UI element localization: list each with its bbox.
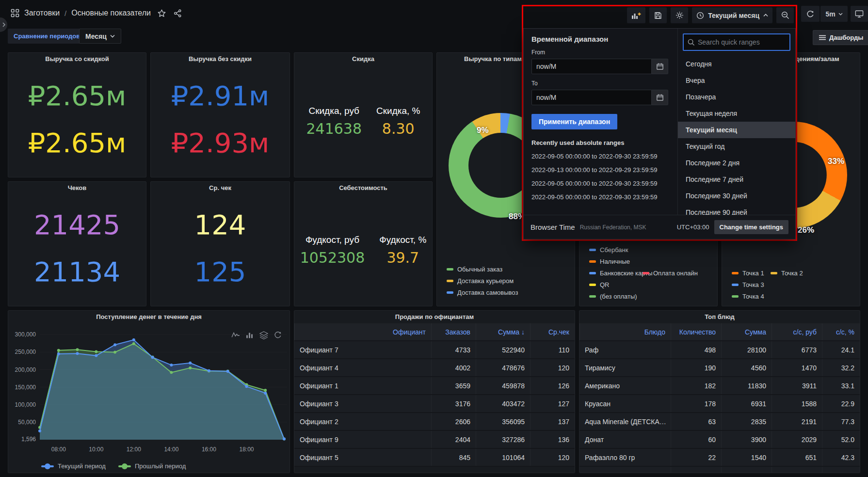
layers-icon[interactable] — [259, 331, 268, 339]
panel-title[interactable]: Ср. чек — [151, 182, 289, 194]
apps-grid-icon[interactable] — [11, 9, 19, 17]
panel-title[interactable]: Выручка без скидки — [151, 53, 289, 65]
column-header[interactable]: Сумма — [721, 323, 772, 340]
save-dashboard-button[interactable] — [649, 7, 667, 23]
quick-range-item[interactable]: Текущая неделя — [678, 105, 795, 122]
legend-item[interactable]: Точка 3 — [732, 281, 853, 288]
quick-range-item[interactable]: Последние 30 дней — [678, 188, 795, 204]
column-header[interactable]: Блюдо — [579, 323, 671, 340]
panel-title[interactable]: Продажи по официантам — [294, 311, 575, 323]
legend-item[interactable]: Точка 4 — [732, 293, 764, 300]
legend-label: Обычный заказ — [457, 266, 502, 273]
cell-cost-pct: 77.3 — [822, 413, 860, 430]
period-select[interactable]: Месяц — [79, 29, 121, 44]
breadcrumb-current[interactable]: Основные показатели — [71, 9, 151, 17]
apply-time-range-button[interactable]: Применить диапазон — [531, 114, 617, 129]
donut-slice-label: 33% — [828, 157, 844, 166]
legend-item[interactable]: Текущий период — [41, 462, 106, 470]
stat-value: 8.30 — [376, 120, 420, 137]
cell-quantity: 182 — [671, 377, 721, 394]
legend-item[interactable]: Точка 2 — [771, 270, 809, 277]
legend-item[interactable]: Доставка самовывоз — [447, 289, 518, 296]
refresh-interval-select[interactable]: 5m — [820, 6, 848, 22]
change-time-settings-button[interactable]: Change time settings — [714, 220, 788, 234]
legend-item[interactable]: Обычный заказ — [447, 266, 518, 273]
legend-swatch — [589, 249, 596, 251]
recent-range-item[interactable]: 2022-09-05 00:00:00 to 2022-09-30 23:59:… — [531, 153, 670, 160]
add-panel-button[interactable] — [627, 7, 645, 23]
panel-title[interactable]: Скидка — [294, 53, 432, 65]
svg-text:12:00: 12:00 — [127, 446, 141, 453]
refresh-icon[interactable] — [274, 331, 282, 339]
quick-range-search[interactable] — [683, 33, 790, 51]
panel-checks: Чеков 21425 21134 — [8, 181, 146, 306]
money-flow-line-chart[interactable]: 300,000250,000200,000150,000100,00050,00… — [9, 323, 289, 461]
panel-title[interactable]: Топ блюд — [579, 311, 860, 323]
quick-range-item[interactable]: Текущий год — [678, 138, 795, 155]
legend-item[interactable]: Сбербанк — [589, 246, 652, 254]
quick-range-item[interactable]: Последние 7 дней — [678, 171, 795, 188]
column-header[interactable]: Количество — [671, 323, 721, 340]
panel-title[interactable]: Поступление денег в течение дня — [8, 311, 289, 323]
cell-dish: Aqua Minerale (ДЕТСКА… — [579, 413, 671, 430]
column-header[interactable]: Официант — [294, 323, 431, 340]
legend-label: QR — [600, 281, 610, 288]
quick-range-item[interactable]: Вчера — [678, 72, 795, 89]
dashboards-button[interactable]: Дашборды — [813, 30, 868, 45]
column-header[interactable]: Ср.чек — [530, 323, 575, 340]
sparkline-icon[interactable] — [231, 331, 240, 339]
recent-range-item[interactable]: 2022-09-05 00:00:00 to 2022-09-30 23:59:… — [531, 193, 670, 201]
panel-revenue-discounted: Выручка со скидкой ₽2.65м ₽2.65м — [8, 52, 146, 177]
cell-dish: Раф — [579, 341, 671, 358]
cell-sum: 4560 — [721, 359, 772, 376]
cell-avg-check: 120 — [530, 359, 575, 376]
from-input[interactable] — [531, 59, 652, 74]
recent-range-item[interactable]: 2022-09-05 00:00:00 to 2022-09-30 23:59:… — [531, 180, 670, 187]
cell-sum: 2835 — [721, 413, 772, 430]
bar-chart-icon[interactable] — [246, 331, 254, 339]
to-input[interactable] — [531, 90, 652, 105]
from-calendar-button[interactable] — [652, 59, 668, 74]
cell-quantity: 498 — [671, 341, 721, 358]
quick-range-item[interactable]: Позачера — [678, 89, 795, 105]
compare-periods-button[interactable]: Сравнение периодов — [8, 29, 86, 44]
cell-avg-check: 137 — [530, 413, 575, 430]
legend-item[interactable]: Наличные — [589, 258, 710, 265]
tv-mode-button[interactable] — [851, 6, 868, 22]
quick-ranges-column: СегодняВчераПозачераТекущая неделяТекущи… — [677, 29, 795, 239]
quick-range-item[interactable]: Текущий месяц — [678, 122, 795, 138]
legend-item[interactable]: QR — [589, 281, 710, 288]
legend-item[interactable]: (без оплаты) — [589, 293, 637, 300]
quick-range-item[interactable]: Сегодня — [678, 56, 795, 72]
to-calendar-button[interactable] — [652, 90, 668, 105]
legend-item[interactable]: Прошлый период — [118, 462, 186, 470]
refresh-dashboard-button[interactable] — [801, 6, 820, 22]
recent-range-item[interactable]: 2022-09-13 00:00:00 to 2022-09-29 23:59:… — [531, 166, 670, 174]
dashboard-settings-button[interactable] — [671, 7, 688, 23]
breadcrumb-root[interactable]: Заготовки — [24, 9, 60, 17]
panel-title[interactable]: Себестоимость — [294, 182, 432, 194]
legend-item[interactable]: Точка 1 — [732, 270, 771, 277]
table-row: Официант 1 3659 459878 126 — [294, 377, 575, 395]
cell-orders: 2404 — [431, 431, 476, 448]
zoom-out-button[interactable] — [776, 7, 794, 23]
cell-dish: *Каравай 1кг с украше… — [579, 467, 671, 473]
panel-title[interactable]: Выручка со скидкой — [8, 53, 146, 65]
star-icon[interactable] — [158, 9, 166, 17]
column-header[interactable]: Заказов — [431, 323, 476, 340]
legend-item[interactable]: Доставка курьером — [447, 277, 518, 285]
quick-range-item[interactable]: Последние 2 дня — [678, 155, 795, 171]
quick-range-search-input[interactable] — [698, 38, 786, 46]
cell-orders: 2606 — [431, 413, 476, 430]
legend-item[interactable]: Оплата онлайн — [643, 270, 679, 277]
column-header[interactable]: с/с, % — [822, 323, 860, 340]
time-range-picker-button[interactable]: Текущий месяц — [692, 7, 772, 23]
column-header[interactable]: Сумма ↓ — [476, 323, 530, 340]
share-icon[interactable] — [174, 9, 182, 17]
svg-text:200,000: 200,000 — [15, 366, 36, 373]
legend-item[interactable]: Банковские карты — [589, 270, 643, 277]
table-row: Рафаэлло 80 гр 22 1540 651 42.3 — [579, 449, 860, 467]
legend-swatch — [589, 272, 596, 274]
column-header[interactable]: с/с, руб — [772, 323, 822, 340]
panel-title[interactable]: Чеков — [8, 182, 146, 194]
